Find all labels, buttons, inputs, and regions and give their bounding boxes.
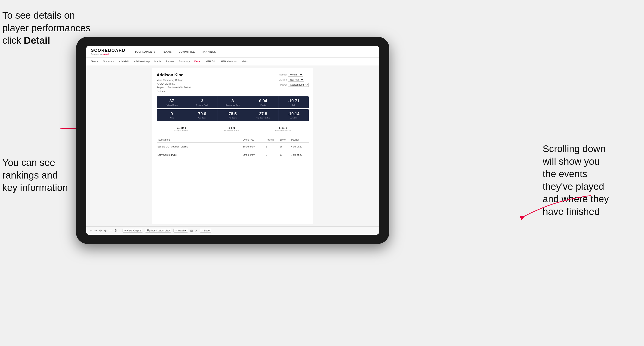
th-tournament: Tournament: [156, 137, 242, 143]
watch-icon: 👁: [175, 229, 177, 232]
redo-icon[interactable]: ↪: [94, 229, 97, 232]
main-content: Addison King Mesa Community College NJCA…: [86, 66, 379, 226]
sub-nav: Teams Summary H2H Grid H2H Heatmap Matri…: [86, 57, 379, 66]
player-header: Addison King Mesa Community College NJCA…: [156, 73, 309, 93]
view-icon: 👁: [124, 229, 126, 232]
rounds-1: 2: [265, 143, 279, 151]
player-info-left: Addison King Mesa Community College NJCA…: [156, 73, 191, 93]
save-icon: 💾: [147, 229, 150, 232]
rounds-2: 2: [265, 151, 279, 159]
subnav-detail[interactable]: Detail: [194, 58, 201, 65]
stat-points: 6.04 Points: [248, 96, 278, 108]
subnav-h2h-heatmap[interactable]: H2H Heatmap: [134, 58, 150, 65]
share-button[interactable]: ⤴ Share: [200, 229, 211, 233]
top-nav: SCOREBOARD Powered by clippd TOURNAMENTS…: [86, 46, 379, 57]
record-overall: 91-20-1 Overall Record: [174, 126, 188, 132]
logo-scoreboard: SCOREBOARD: [91, 48, 126, 53]
tablet: SCOREBOARD Powered by clippd TOURNAMENTS…: [76, 37, 389, 244]
expand-icon[interactable]: ⤢: [195, 229, 198, 232]
screen-icon[interactable]: ⊡: [190, 229, 193, 232]
player-region: Region 1 - Southwest (18) District: [156, 86, 191, 89]
tournament-name-2: Lady Coyote Invite: [156, 151, 242, 159]
stat-national-rank: 37 National Rank: [156, 96, 187, 108]
refresh-icon[interactable]: ⟳: [99, 229, 102, 232]
stat-avg-sg: -10.14 Avg SG: [278, 109, 309, 121]
subnav-summary[interactable]: Summary: [103, 58, 114, 65]
undo-icon[interactable]: ↩: [90, 229, 92, 232]
record-top50: 5-11-1 Record vs top 50: [275, 126, 291, 132]
score-2: 16: [279, 151, 290, 159]
stats-row-1: 37 National Rank 3 Regional Rank 3 Confe…: [156, 96, 309, 108]
watch-chevron-icon: ▾: [185, 229, 186, 232]
stat-avg-score-to-par: 27.8 Avg Score to Par: [248, 109, 278, 121]
save-custom-view-button[interactable]: 💾 Save Custom View: [145, 229, 171, 233]
zoom-icon[interactable]: ⊕: [104, 229, 107, 232]
bottom-toolbar: ↩ ↪ ⟳ ⊕ — ⏱ | 👁 View: Original 💾 Save Cu…: [86, 226, 379, 235]
gender-label: Gender: [275, 73, 287, 76]
gender-field-row: Gender Women: [275, 73, 309, 77]
watch-button[interactable]: 👁 Watch ▾: [174, 229, 188, 233]
nav-rankings[interactable]: RANKINGS: [202, 49, 216, 54]
player-field-row: Player Addison King: [275, 83, 309, 87]
division-field-row: Division NJCAA I: [275, 78, 309, 82]
logo-powered: Powered by clippd: [91, 53, 126, 55]
view-original-button[interactable]: 👁 View: Original: [122, 229, 143, 233]
player-division: NJCAA Division 1: [156, 82, 191, 86]
stat-wins: 0 Wins: [156, 109, 187, 121]
player-label: Player: [275, 84, 287, 86]
division-label: Division: [275, 78, 287, 81]
player-name: Addison King: [156, 73, 191, 78]
tournament-name-1: Estrella CC- Mountain Classic: [156, 143, 242, 151]
share-icon: ⤴: [202, 229, 203, 232]
subnav-players[interactable]: Players: [166, 58, 174, 65]
content-inner: Addison King Mesa Community College NJCA…: [152, 68, 313, 224]
th-score: Score: [279, 137, 290, 143]
player-select[interactable]: Addison King: [288, 83, 309, 87]
arrow-scroll-icon: [510, 186, 602, 228]
tablet-screen: SCOREBOARD Powered by clippd TOURNAMENTS…: [86, 46, 379, 235]
th-event-type: Event Type: [242, 137, 265, 143]
stat-sos: -19.71 SoS: [278, 96, 309, 108]
stat-regional-rank: 3 Regional Rank: [187, 96, 218, 108]
position-1: 4 out of 20: [290, 143, 309, 151]
stat-adj-score: 78.5 Adj Score: [218, 109, 248, 121]
subnav-h2h-grid2[interactable]: H2H Grid: [206, 58, 216, 65]
minus-icon[interactable]: —: [109, 229, 112, 232]
gender-select[interactable]: Women: [288, 73, 303, 77]
nav-teams[interactable]: TEAMS: [162, 49, 172, 54]
nav-committee[interactable]: COMMITTEE: [179, 49, 195, 54]
event-type-2: Stroke Play: [242, 151, 265, 159]
event-type-1: Stroke Play: [242, 143, 265, 151]
division-select[interactable]: NJCAA I: [288, 78, 304, 82]
nav-tournaments[interactable]: TOURNAMENTS: [135, 49, 156, 54]
records-row: 91-20-1 Overall Record 1-5-0 Record vs t…: [156, 124, 309, 134]
clock-icon[interactable]: ⏱: [114, 229, 117, 232]
score-1: 17: [279, 143, 290, 151]
stat-avg-score: 79.6 Avg Score: [187, 109, 218, 121]
subnav-summary2[interactable]: Summary: [179, 58, 190, 65]
logo-area: SCOREBOARD Powered by clippd: [91, 48, 126, 55]
subnav-teams[interactable]: Teams: [91, 58, 98, 65]
annotation-bottom-left: You can seerankings andkey information: [2, 157, 68, 194]
toolbar-sep-1: |: [120, 229, 120, 232]
record-top25: 1-5-0 Record vs top 25: [224, 126, 240, 132]
table-row: Lady Coyote Invite Stroke Play 2 16 7 ou…: [156, 151, 309, 159]
stats-row-2: 0 Wins 79.6 Avg Score 78.5 Adj Score 27.…: [156, 109, 309, 121]
subnav-matrix2[interactable]: Matrix: [242, 58, 248, 65]
subnav-h2h-grid[interactable]: H2H Grid: [118, 58, 129, 65]
player-year: First Year: [156, 89, 191, 93]
table-row: Estrella CC- Mountain Classic Stroke Pla…: [156, 143, 309, 151]
tournament-table: Tournament Event Type Rounds Score Posit…: [156, 137, 309, 159]
player-info-right: Gender Women Division NJCAA I: [275, 73, 309, 93]
th-rounds: Rounds: [265, 137, 279, 143]
player-school: Mesa Community College: [156, 78, 191, 82]
subnav-matrix[interactable]: Matrix: [154, 58, 161, 65]
stat-conference-rank: 3 Conference Rank: [218, 96, 248, 108]
th-position: Position: [290, 137, 309, 143]
position-2: 7 out of 20: [290, 151, 309, 159]
subnav-h2h-heatmap2[interactable]: H2H Heatmap: [221, 58, 237, 65]
